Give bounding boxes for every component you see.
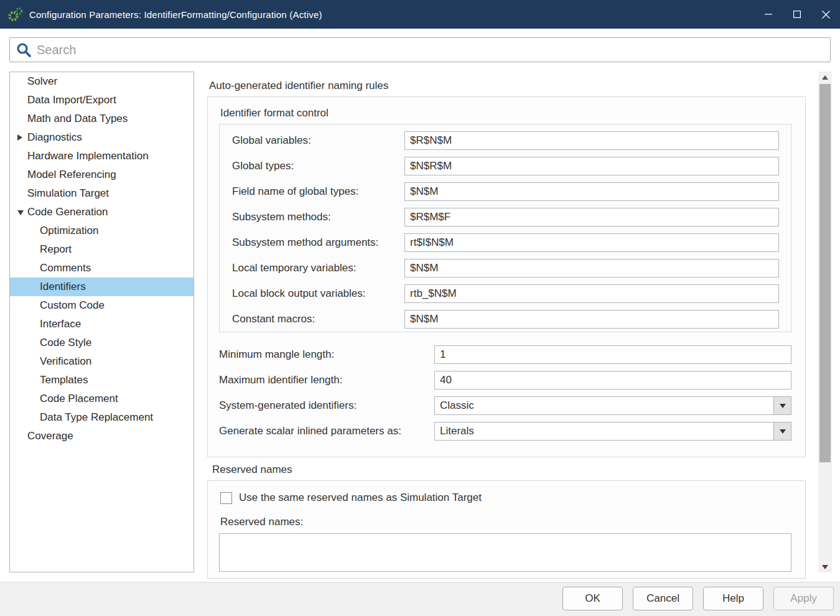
search-input[interactable] <box>37 38 830 62</box>
identifier-settings: Minimum mangle length: Maximum identifie… <box>219 345 791 441</box>
setting-row: Maximum identifier length: <box>219 371 791 390</box>
maximum-identifier-length-input[interactable] <box>434 371 791 390</box>
field-label: Subsystem method arguments: <box>232 236 404 249</box>
sidebar-item-data-import-export[interactable]: Data Import/Export <box>10 91 194 110</box>
sidebar-item-label: Templates <box>40 374 88 386</box>
sidebar-item-label: Model Referencing <box>27 169 116 180</box>
local-block-output-variables-input[interactable] <box>404 284 779 303</box>
sidebar-item-label: Comments <box>40 262 91 274</box>
local-temporary-variables-input[interactable] <box>404 259 779 278</box>
scroll-up-button[interactable] <box>818 72 832 83</box>
close-button[interactable] <box>811 0 840 29</box>
ok-button[interactable]: OK <box>562 587 623 610</box>
sidebar-item-math-and-data-types[interactable]: Math and Data Types <box>10 110 194 128</box>
global-variables-input[interactable] <box>404 131 779 150</box>
sidebar-item-label: Hardware Implementation <box>27 150 149 162</box>
sidebar-item-code-style[interactable]: Code Style <box>10 334 194 352</box>
sidebar-item-interface[interactable]: Interface <box>10 315 194 334</box>
field-row: Subsystem method arguments: <box>232 233 779 252</box>
vertical-scrollbar[interactable] <box>818 72 832 572</box>
generate-scalar-inlined-parameters-select[interactable]: Literals <box>434 422 791 441</box>
sidebar-item-label: Interface <box>40 318 81 330</box>
help-button[interactable]: Help <box>703 587 763 610</box>
setting-label: Minimum mangle length: <box>219 348 434 361</box>
setting-row: System-generated identifiers: Classic <box>219 396 791 415</box>
sidebar-item-model-referencing[interactable]: Model Referencing <box>10 166 194 184</box>
field-label: Local temporary variables: <box>232 262 404 274</box>
sidebar-item-custom-code[interactable]: Custom Code <box>10 296 194 315</box>
reserved-names-panel: Use the same reserved names as Simulatio… <box>207 480 806 579</box>
setting-label: Maximum identifier length: <box>219 374 434 386</box>
field-row: Local temporary variables: <box>232 259 779 278</box>
field-row: Field name of global types: <box>232 182 779 201</box>
constant-macros-input[interactable] <box>404 310 779 329</box>
sidebar-item-coverage[interactable]: Coverage <box>10 427 194 446</box>
sidebar-item-code-placement[interactable]: Code Placement <box>10 390 194 408</box>
global-types-input[interactable] <box>404 157 779 175</box>
title-bar: Configuration Parameters: IdentifierForm… <box>0 0 840 29</box>
field-row: Local block output variables: <box>232 284 779 303</box>
sidebar-item-optimization[interactable]: Optimization <box>10 222 194 240</box>
sidebar-item-hardware-implementation[interactable]: Hardware Implementation <box>10 147 194 166</box>
setting-row: Minimum mangle length: <box>219 345 791 364</box>
reserved-names-label: Reserved names: <box>220 516 791 528</box>
field-row: Global types: <box>232 157 779 175</box>
window-title: Configuration Parameters: IdentifierForm… <box>29 9 754 20</box>
sidebar-item-comments[interactable]: Comments <box>10 259 194 278</box>
reserved-checkbox-row[interactable]: Use the same reserved names as Simulatio… <box>220 490 791 505</box>
minimize-button[interactable] <box>754 0 783 29</box>
system-generated-identifiers-select[interactable]: Classic <box>434 396 791 415</box>
simulink-gear-icon <box>7 6 24 22</box>
naming-rules-panel: Identifier format control Global variabl… <box>207 96 806 457</box>
sidebar-item-label: Simulation Target <box>27 187 109 199</box>
field-label: Local block output variables: <box>232 287 404 300</box>
field-name-of-global-types-input[interactable] <box>404 182 779 201</box>
subsystem-method-arguments-input[interactable] <box>404 233 779 252</box>
sidebar-item-label: Code Placement <box>40 393 118 404</box>
group-title-identifier-format: Identifier format control <box>220 107 791 119</box>
scroll-down-button[interactable] <box>818 561 832 572</box>
sidebar-item-data-type-replacement[interactable]: Data Type Replacement <box>10 408 194 427</box>
sidebar-item-label: Data Type Replacement <box>40 411 153 423</box>
field-label: Global variables: <box>232 134 404 147</box>
sidebar-item-label: Math and Data Types <box>27 113 128 124</box>
chevron-down-icon <box>780 429 786 434</box>
minimum-mangle-length-input[interactable] <box>434 345 791 364</box>
reserved-names-textarea[interactable] <box>219 533 791 572</box>
caret-down-icon[interactable] <box>17 210 24 215</box>
sidebar-item-label: Code Style <box>40 337 91 348</box>
dropdown-button[interactable] <box>773 397 791 414</box>
sidebar-item-diagnostics[interactable]: Diagnostics <box>10 128 194 147</box>
scrollbar-thumb[interactable] <box>819 84 831 462</box>
search-icon <box>16 42 32 58</box>
configuration-tree: Solver Data Import/Export Math and Data … <box>9 72 194 572</box>
sidebar-item-report[interactable]: Report <box>10 240 194 259</box>
sidebar-item-label: Solver <box>27 75 57 87</box>
search-bar <box>9 37 831 62</box>
triangle-up-icon <box>822 75 828 80</box>
subsystem-methods-input[interactable] <box>404 208 779 226</box>
setting-row: Generate scalar inlined parameters as: L… <box>219 422 791 441</box>
sidebar-item-label: Optimization <box>40 225 98 236</box>
sidebar-item-templates[interactable]: Templates <box>10 371 194 390</box>
maximize-button[interactable] <box>783 0 811 29</box>
sidebar-item-verification[interactable]: Verification <box>10 352 194 371</box>
setting-label: Generate scalar inlined parameters as: <box>219 425 434 437</box>
sidebar-item-identifiers[interactable]: Identifiers <box>10 278 194 296</box>
sidebar-item-label: Custom Code <box>40 299 105 311</box>
sidebar-item-label: Code Generation <box>27 206 108 218</box>
dropdown-button[interactable] <box>773 422 791 440</box>
sidebar-item-solver[interactable]: Solver <box>10 72 194 91</box>
sidebar-item-code-generation[interactable]: Code Generation <box>10 203 194 222</box>
apply-button[interactable]: Apply <box>773 587 834 610</box>
cancel-button[interactable]: Cancel <box>633 587 693 610</box>
field-row: Constant macros: <box>232 310 779 329</box>
identifier-format-group: Global variables: Global types: Field na… <box>219 124 791 332</box>
field-row: Subsystem methods: <box>232 208 779 226</box>
caret-right-icon[interactable] <box>17 134 22 141</box>
sidebar-item-simulation-target[interactable]: Simulation Target <box>10 184 194 203</box>
setting-label: System-generated identifiers: <box>219 399 434 412</box>
use-same-reserved-names-checkbox[interactable] <box>220 492 232 504</box>
field-label: Subsystem methods: <box>232 211 404 223</box>
sidebar-item-label: Identifiers <box>40 281 86 292</box>
